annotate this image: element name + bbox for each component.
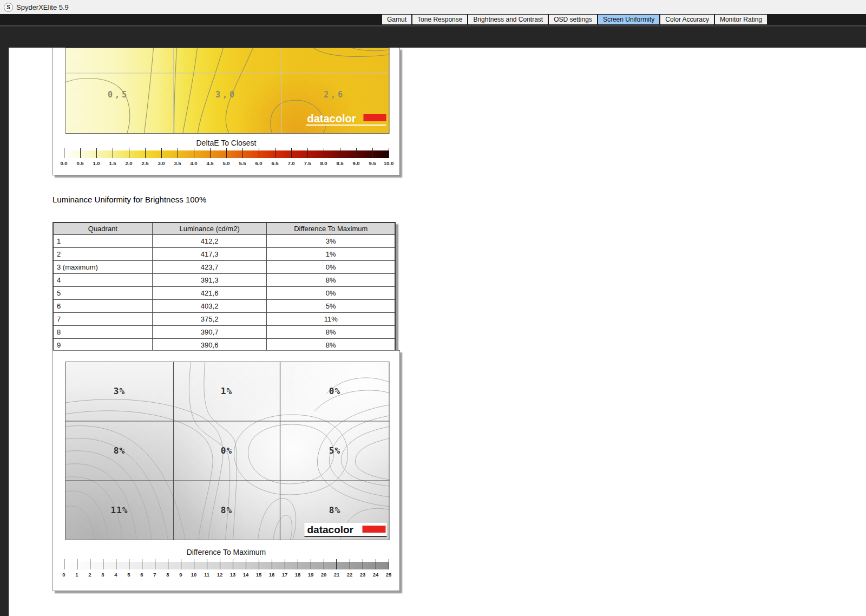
scale-tick-label: 10.0	[384, 160, 394, 166]
scale-tick-label: 24	[373, 572, 379, 578]
scale-tick	[324, 559, 324, 569]
scale-tick-label: 12	[217, 572, 223, 578]
scale-tick	[291, 148, 292, 158]
scale-tick-label: 21	[334, 572, 340, 578]
scale-tick	[233, 559, 233, 569]
scale-tick	[90, 559, 90, 569]
deltae-scale-bar	[64, 150, 389, 158]
column-header-luminance: Luminance (cd/m2)	[152, 222, 267, 235]
scale-tick-label: 22	[347, 572, 353, 578]
scale-tick	[64, 148, 64, 158]
scale-tick-label: 23	[360, 572, 366, 578]
scale-tick-label: 4.0	[190, 160, 197, 166]
scale-tick-label: 13	[230, 572, 236, 578]
difference-scale-labels: 0123456789101112131415161718192021222324…	[64, 572, 389, 578]
scale-tick	[178, 148, 178, 158]
column-header-difference: Difference To Maximum	[267, 222, 395, 235]
tab-gamut[interactable]: Gamut	[382, 15, 411, 24]
scale-tick-label: 25	[386, 572, 392, 578]
table-cell: 403,2	[152, 300, 267, 313]
scale-tick	[77, 559, 77, 569]
table-row: 7375,211%	[53, 313, 395, 326]
difference-quadrant-label: 1%	[221, 386, 232, 396]
scale-tick-label: 2	[88, 572, 91, 578]
table-cell: 423,7	[152, 261, 267, 274]
datacolor-logo-redbar	[364, 114, 386, 121]
table-row: 3 (maximum)423,70%	[53, 261, 395, 274]
scale-tick	[155, 559, 155, 569]
tab-tone-response[interactable]: Tone Response	[412, 15, 467, 24]
tab-color-accuracy[interactable]: Color Accuracy	[660, 15, 714, 24]
scale-tick-label: 0	[62, 572, 65, 578]
deltae-scale-labels: 0.00.51.01.52.02.53.03.54.04.55.05.56.06…	[64, 160, 389, 167]
window-titlebar: S SpyderXElite 5.9	[0, 0, 866, 14]
table-header-row: Quadrant Luminance (cd/m2) Difference To…	[53, 222, 395, 235]
scale-tick	[356, 148, 357, 158]
scale-tick-label: 0.0	[60, 160, 67, 166]
scale-tick-label: 2.5	[141, 160, 148, 166]
scale-tick	[246, 559, 246, 569]
scale-tick-label: 9.0	[352, 160, 359, 166]
table-cell: 390,7	[152, 326, 267, 339]
scale-tick-label: 11	[204, 572, 209, 578]
difference-quadrant-label: 0%	[329, 386, 340, 396]
difference-quadrant-label: 8%	[221, 505, 232, 515]
table-cell: 375,2	[152, 313, 267, 326]
app-icon: S	[4, 3, 13, 12]
deltae-quadrant-label: 0,5	[108, 90, 129, 100]
table-cell: 8%	[267, 326, 395, 339]
scale-tick-label: 4.5	[206, 160, 213, 166]
tab-screen-uniformity[interactable]: Screen Uniformity	[598, 15, 659, 24]
table-cell: 2	[53, 248, 152, 261]
scale-tick	[142, 559, 142, 569]
scale-tick-label: 16	[269, 572, 275, 578]
table-cell: 8	[53, 326, 152, 339]
tab-monitor-rating[interactable]: Monitor Rating	[715, 15, 767, 24]
scale-tick	[116, 559, 116, 569]
left-rail	[0, 48, 9, 616]
table-cell: 6	[53, 300, 152, 313]
datacolor-logo-text: datacolor	[307, 524, 354, 535]
difference-quadrant-label: 8%	[114, 445, 125, 456]
scale-tick	[145, 148, 146, 158]
table-cell: 3 (maximum)	[53, 261, 152, 274]
table-row: 6403,25%	[53, 300, 395, 313]
scale-tick-label: 3.5	[174, 160, 181, 166]
scale-tick-label: 1.5	[109, 160, 116, 166]
table-cell: 0%	[267, 261, 395, 274]
difference-scale-title: Difference To Maximum	[53, 548, 399, 556]
scale-tick	[259, 559, 259, 569]
scale-tick-label: 15	[256, 572, 262, 578]
scale-tick-label: 6.0	[255, 160, 262, 166]
table-cell: 391,3	[152, 274, 267, 287]
scale-tick-label: 18	[295, 572, 301, 578]
scale-tick	[242, 148, 243, 158]
table-cell: 5	[53, 287, 152, 300]
scale-tick	[311, 559, 311, 569]
scale-tick	[181, 559, 181, 569]
table-cell: 11%	[267, 313, 395, 326]
scale-tick	[350, 559, 350, 569]
scale-tick-label: 14	[243, 572, 249, 578]
scale-tick	[129, 559, 129, 569]
scale-tick	[161, 148, 162, 158]
panel-deltae-uniformity: 0,53,02,6 datacolor DeltaE To Closest 0.…	[53, 48, 400, 175]
scale-tick-label: 5	[127, 572, 130, 578]
section-heading: Luminance Uniformity for Brightness 100%	[53, 195, 206, 204]
tab-osd-settings[interactable]: OSD settings	[549, 15, 597, 24]
scale-tick-label: 10	[191, 572, 197, 578]
datacolor-logo: datacolor	[305, 523, 387, 537]
scale-tick	[129, 148, 129, 158]
scale-tick	[298, 559, 298, 569]
scale-tick-label: 9.5	[369, 160, 376, 166]
scale-tick	[340, 148, 340, 158]
scale-tick	[103, 559, 103, 569]
difference-scale-gradient	[64, 562, 389, 569]
scale-tick-label: 1.0	[93, 160, 100, 166]
table-cell: 1	[53, 235, 152, 248]
table-cell: 417,3	[152, 248, 267, 261]
tab-brightness-and-contrast[interactable]: Brightness and Contrast	[468, 15, 548, 24]
table-cell: 1%	[267, 248, 395, 261]
scale-tick-label: 8.0	[320, 160, 327, 166]
table-row: 8390,78%	[53, 326, 395, 339]
